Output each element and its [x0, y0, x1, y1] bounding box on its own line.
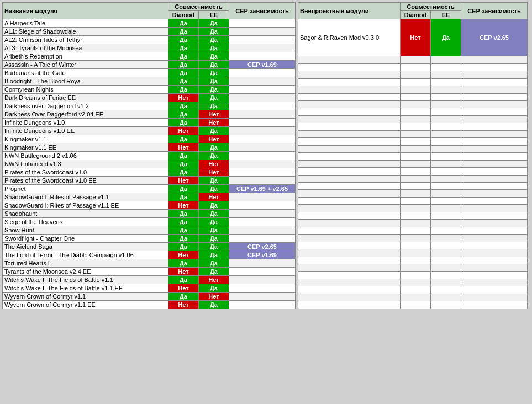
cep-cell	[229, 86, 296, 94]
table-row: ShadowGuard I: Rites of Passage v1.1 EEН…	[3, 201, 296, 210]
table-row: Witch's Wake I: The Fields of Battle v1.…	[3, 276, 296, 284]
cep-cell	[229, 210, 296, 218]
ee-cell	[431, 145, 461, 152]
table-row: Barbarians at the GateДаДа	[3, 69, 296, 77]
table-row	[298, 212, 528, 219]
ee-cell: Нет	[199, 293, 229, 301]
module-name-cell	[298, 190, 401, 197]
diamod-cell: Нет	[168, 127, 199, 135]
ee-cell: Да	[199, 185, 229, 193]
cep-cell	[461, 86, 528, 93]
ee-cell	[431, 249, 461, 257]
ee-cell	[431, 153, 461, 160]
left-col-cep-header: СЕР зависимость	[229, 3, 296, 19]
module-name-cell: Assassin - A Tale of Winter	[3, 61, 168, 69]
cep-cell	[229, 226, 296, 235]
table-row	[298, 56, 528, 63]
table-row: Tyrants of the Moonsea v2.4 EEНетДа	[3, 268, 296, 276]
ee-cell: Нет	[199, 168, 229, 177]
diamod-cell: Нет	[401, 19, 431, 56]
module-name-cell	[298, 168, 401, 175]
table-row: Snow HuntДаДа	[3, 226, 296, 235]
diamod-cell	[401, 212, 431, 219]
cep-cell	[461, 123, 528, 130]
cep-cell	[229, 177, 296, 185]
cep-cell	[461, 175, 528, 182]
cep-cell	[229, 28, 296, 36]
table-row	[298, 175, 528, 182]
ee-cell: Да	[199, 19, 229, 28]
diamod-cell	[401, 242, 431, 249]
table-row	[298, 294, 528, 301]
module-name-cell	[298, 183, 401, 190]
cep-cell	[229, 119, 296, 127]
cep-cell	[229, 168, 296, 177]
diamod-cell: Нет	[168, 177, 199, 185]
table-row: Wyvern Crown of Cormyr v1.1 EEНетДа	[3, 301, 296, 309]
ee-cell: Да	[199, 210, 229, 218]
table-row: ShadohauntДаДа	[3, 210, 296, 218]
ee-cell	[431, 301, 461, 309]
module-name-cell: Cormyrean Nights	[3, 86, 168, 94]
diamod-cell: Да	[168, 193, 199, 201]
diamod-cell: Да	[168, 119, 199, 127]
diamod-cell	[401, 249, 431, 257]
cep-cell	[229, 77, 296, 86]
table-row: Pirates of the Swordcoast v1.0 EEНетДа	[3, 177, 296, 185]
cep-cell	[461, 145, 528, 152]
ee-cell: Да	[199, 177, 229, 185]
ee-cell: Нет	[199, 110, 229, 119]
diamod-cell	[401, 63, 431, 71]
diamod-cell	[401, 115, 431, 123]
diamod-cell	[401, 175, 431, 182]
table-row	[298, 71, 528, 78]
module-name-cell: AL1: Siege of Shadowdale	[3, 28, 168, 36]
module-name-cell	[298, 294, 401, 301]
right-col-compat-header: Совместимость	[401, 3, 461, 11]
diamod-cell	[401, 235, 431, 242]
cep-cell	[461, 235, 528, 242]
module-name-cell: Darkness over Daggerford v1.2	[3, 102, 168, 110]
module-name-cell: Wyvern Crown of Cormyr v1.1 EE	[3, 301, 168, 309]
ee-cell: Да	[199, 143, 229, 152]
cep-cell	[461, 242, 528, 249]
module-name-cell	[298, 153, 401, 160]
left-col-ee-header: EE	[199, 11, 229, 19]
diamod-cell: Нет	[168, 301, 199, 309]
module-name-cell	[298, 242, 401, 249]
ee-cell	[431, 294, 461, 301]
cep-cell	[461, 101, 528, 108]
table-row: Infinite Dungeons v1.0ДаНет	[3, 119, 296, 127]
table-row	[298, 249, 528, 257]
cep-cell	[461, 108, 528, 115]
table-row: Darkness Over Daggerford v2.04 EEДаНет	[3, 110, 296, 119]
cep-cell	[461, 301, 528, 309]
ee-cell: Да	[199, 102, 229, 110]
cep-cell	[229, 36, 296, 44]
diamod-cell	[401, 78, 431, 86]
ee-cell: Да	[199, 201, 229, 210]
diamod-cell: Да	[168, 226, 199, 235]
table-row	[298, 145, 528, 152]
diamod-cell	[401, 108, 431, 115]
table-row	[298, 153, 528, 160]
table-row: Aribeth's RedemptionДаДа	[3, 52, 296, 61]
cep-cell	[461, 71, 528, 78]
module-name-cell	[298, 63, 401, 71]
module-name-cell	[298, 130, 401, 137]
cep-cell	[229, 160, 296, 168]
cep-cell	[461, 286, 528, 294]
table-row	[298, 220, 528, 227]
module-name-cell	[298, 286, 401, 294]
ee-cell	[431, 93, 461, 100]
cep-cell	[461, 78, 528, 86]
ee-cell	[431, 160, 461, 167]
cep-cell	[229, 293, 296, 301]
table-row	[298, 168, 528, 175]
module-name-cell: Barbarians at the Gate	[3, 69, 168, 77]
module-name-cell: Aribeth's Redemption	[3, 52, 168, 61]
table-row: Cormyrean NightsДаДа	[3, 86, 296, 94]
diamod-cell: Нет	[168, 94, 199, 102]
cep-cell	[461, 227, 528, 234]
diamod-cell: Да	[168, 135, 199, 143]
